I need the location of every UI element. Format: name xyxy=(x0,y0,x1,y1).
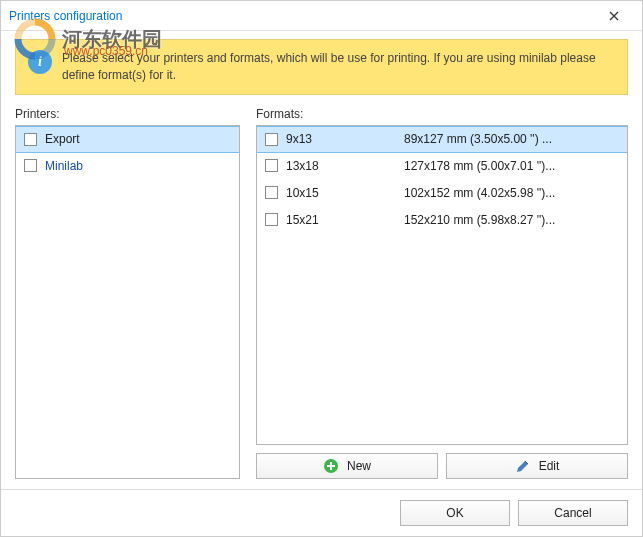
dialog-footer: OK Cancel xyxy=(1,489,642,536)
format-dims: 102x152 mm (4.02x5.98 '')... xyxy=(404,186,619,200)
format-row[interactable]: 10x15102x152 mm (4.02x5.98 '')... xyxy=(257,180,627,207)
printers-column: Printers: ExportMinilab xyxy=(15,107,240,479)
format-dims: 152x210 mm (5.98x8.27 '')... xyxy=(404,213,619,227)
format-dims: 89x127 mm (3.50x5.00 '') ... xyxy=(404,132,619,146)
printers-label: Printers: xyxy=(15,107,240,121)
content-area: Printers: ExportMinilab Formats: 9x1389x… xyxy=(1,107,642,489)
window-title: Printers configuration xyxy=(9,9,594,23)
checkbox[interactable] xyxy=(265,159,278,172)
format-name: 9x13 xyxy=(286,132,396,146)
info-banner: i Please select your printers and format… xyxy=(15,39,628,95)
format-name: 15x21 xyxy=(286,213,396,227)
plus-icon xyxy=(323,458,339,474)
new-button[interactable]: New xyxy=(256,453,438,479)
close-icon xyxy=(609,11,619,21)
info-text: Please select your printers and formats,… xyxy=(62,50,615,84)
formats-list[interactable]: 9x1389x127 mm (3.50x5.00 '') ...13x18127… xyxy=(256,125,628,445)
format-name: 10x15 xyxy=(286,186,396,200)
format-actions: New Edit xyxy=(256,453,628,479)
checkbox[interactable] xyxy=(265,133,278,146)
pencil-icon xyxy=(515,458,531,474)
checkbox[interactable] xyxy=(24,133,37,146)
ok-button-label: OK xyxy=(446,506,463,520)
cancel-button-label: Cancel xyxy=(554,506,591,520)
printer-name: Minilab xyxy=(45,159,83,173)
ok-button[interactable]: OK xyxy=(400,500,510,526)
printer-row[interactable]: Minilab xyxy=(16,153,239,180)
checkbox[interactable] xyxy=(24,159,37,172)
format-row[interactable]: 13x18127x178 mm (5.00x7.01 '')... xyxy=(257,153,627,180)
printers-list[interactable]: ExportMinilab xyxy=(15,125,240,479)
titlebar: Printers configuration xyxy=(1,1,642,31)
formats-label: Formats: xyxy=(256,107,628,121)
formats-column: Formats: 9x1389x127 mm (3.50x5.00 '') ..… xyxy=(256,107,628,479)
printer-row[interactable]: Export xyxy=(16,126,239,153)
checkbox[interactable] xyxy=(265,186,278,199)
format-name: 13x18 xyxy=(286,159,396,173)
format-row[interactable]: 9x1389x127 mm (3.50x5.00 '') ... xyxy=(257,126,627,153)
format-row[interactable]: 15x21152x210 mm (5.98x8.27 '')... xyxy=(257,207,627,234)
format-dims: 127x178 mm (5.00x7.01 '')... xyxy=(404,159,619,173)
edit-button-label: Edit xyxy=(539,459,560,473)
info-icon: i xyxy=(28,50,52,74)
printer-name: Export xyxy=(45,132,80,146)
new-button-label: New xyxy=(347,459,371,473)
checkbox[interactable] xyxy=(265,213,278,226)
close-button[interactable] xyxy=(594,4,634,28)
edit-button[interactable]: Edit xyxy=(446,453,628,479)
cancel-button[interactable]: Cancel xyxy=(518,500,628,526)
